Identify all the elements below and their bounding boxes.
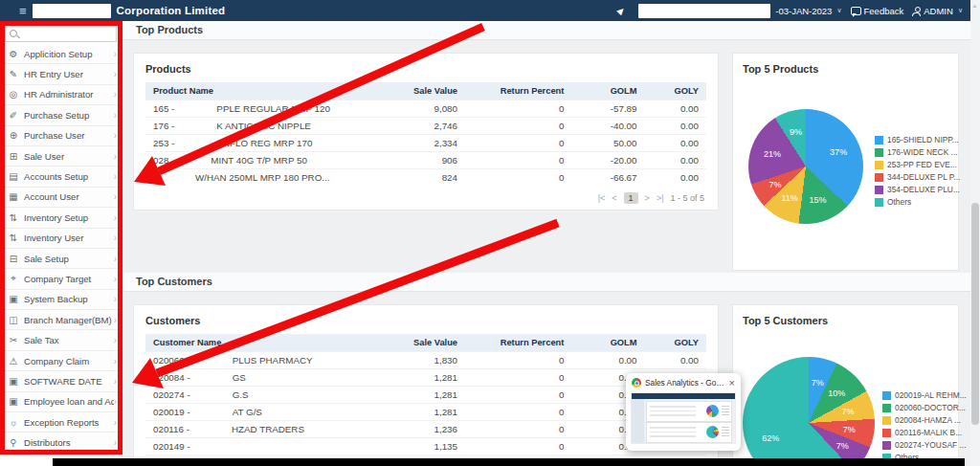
column-header: Product Name xyxy=(145,82,359,100)
legend-label: 020060-DOCTOR... xyxy=(895,403,966,412)
sidebar-item-hr-administrator[interactable]: ◎HR Administrator› xyxy=(0,85,122,105)
legend-label: 020274-YOUSAF ... xyxy=(895,440,966,450)
feedback-button[interactable]: Feedback xyxy=(851,6,904,16)
legend-swatch xyxy=(875,148,883,157)
pie-slice-label: 10% xyxy=(828,388,845,398)
date-range-selector[interactable]: -03-JAN-2023 ∨ xyxy=(633,4,841,18)
chevron-right-icon: › xyxy=(114,130,117,141)
sidebar-item-branch-manager-bm-[interactable]: ◫Branch Manager(BM)› xyxy=(0,310,122,330)
legend-item[interactable]: Others xyxy=(875,197,960,207)
pie-slice-label: 7% xyxy=(843,425,856,434)
column-header: Sale Value xyxy=(359,82,465,100)
table-row: 020149 -1,13500.000.00 xyxy=(145,438,706,455)
chevron-right-icon: › xyxy=(114,437,117,448)
sidebar-item-purchase-user[interactable]: ⊕Purchase User› xyxy=(0,126,122,146)
pie-slice-label: 7% xyxy=(842,407,855,416)
cart-plus-icon: ⊕ xyxy=(7,130,20,141)
legend-item[interactable]: 344-DELUXE PL P... xyxy=(875,172,960,182)
sidebar-item-hr-entry-user[interactable]: ✎HR Entry User› xyxy=(0,64,122,84)
location-arrow-icon[interactable]: ▶ xyxy=(615,5,627,16)
pie-slice-label: 9% xyxy=(790,127,802,137)
row-name: PPLE REGULAR MRP 120 xyxy=(216,103,330,114)
last-page-button[interactable]: >| xyxy=(657,193,664,203)
sidebar-item-inventory-user[interactable]: ⇅Inventory User› xyxy=(0,229,122,249)
products-chart-card: Top 5 Products 37%15%11%7%21%9% 165-SHIE… xyxy=(732,53,959,271)
legend-item[interactable]: 354-DELUXE PLU... xyxy=(875,185,960,194)
sidebar-search-input[interactable] xyxy=(20,28,112,39)
browser-tab-preview-popup[interactable]: Sales Analytics - Google ... × xyxy=(626,373,741,451)
page-thumbnail-preview[interactable] xyxy=(631,392,736,444)
golm-value: -57.89 xyxy=(571,100,644,118)
legend-item[interactable]: 253-PP FED EVE... xyxy=(875,160,960,169)
sidebar-item-system-backup[interactable]: ▣System Backup› xyxy=(0,290,122,310)
close-icon[interactable]: × xyxy=(729,378,735,388)
sidebar-item-label: Employee loan and Advances xyxy=(24,396,114,407)
return-percent: 0 xyxy=(465,118,571,135)
row-name: G.S xyxy=(233,389,249,400)
legend-item[interactable]: 020084-HAMZA ... xyxy=(882,415,967,425)
chevron-right-icon: › xyxy=(114,294,117,304)
golm-value: 50.00 xyxy=(571,135,644,152)
sidebar-item-distributors[interactable]: ⚲Distributors› xyxy=(0,433,122,453)
vertical-scrollbar[interactable]: ▲ xyxy=(970,0,980,466)
cart-icon: ⊟ xyxy=(7,254,20,264)
sidebar-menu: ⚙Applicition Setup›✎HR Entry User›◎HR Ad… xyxy=(0,44,122,454)
sidebar-item-label: Exception Reports xyxy=(24,417,114,428)
row-code: 020274 - xyxy=(153,389,190,400)
hamburger-menu-icon[interactable]: ≡ xyxy=(19,4,27,18)
sidebar-item-company-target[interactable]: ⌖Company Target› xyxy=(0,269,122,289)
legend-swatch xyxy=(882,391,891,400)
row-name: W/HAN 250ML MRP 180 PRO... xyxy=(195,172,329,183)
building-plus-icon: ◫ xyxy=(7,315,20,325)
legend-item[interactable]: 165-SHIELD NIPP... xyxy=(875,135,960,144)
popup-title-bar[interactable]: Sales Analytics - Google ... × xyxy=(626,373,741,392)
sidebar-item-purchase-setup[interactable]: ✐Purchase Setup› xyxy=(0,105,122,125)
sidebar-item-company-claim[interactable]: ⚠Company Claim› xyxy=(0,351,122,371)
sidebar-item-label: Purchase User xyxy=(24,130,114,141)
bottom-black-strip xyxy=(53,458,965,466)
sale-value: 9,080 xyxy=(359,100,465,118)
mini-customers-pie xyxy=(706,426,719,438)
column-header: Customer Name xyxy=(145,334,359,352)
sidebar-item-software-date[interactable]: ▣SOFTWARE DATE› xyxy=(0,371,122,391)
sale-value: 1,135 xyxy=(359,438,465,455)
goly-value: 0.00 xyxy=(645,135,706,152)
products-chart-legend: 165-SHIELD NIPP...176-WIDE NECK ...253-P… xyxy=(875,132,960,210)
sidebar-item-inventory-setup[interactable]: ⇅Inventory Setup› xyxy=(0,208,122,228)
sidebar-item-applicition-setup[interactable]: ⚙Applicition Setup› xyxy=(0,44,122,64)
chevron-down-icon: ∨ xyxy=(836,7,841,14)
legend-swatch xyxy=(875,161,883,169)
sidebar-item-label: Sale User xyxy=(24,151,114,162)
legend-item[interactable]: 020019-AL REHM... xyxy=(882,390,967,400)
next-page-button[interactable]: > xyxy=(645,193,650,203)
prev-page-button[interactable]: < xyxy=(612,193,616,203)
admin-menu[interactable]: ADMIN ∨ xyxy=(912,6,963,16)
pie-slice-label: 37% xyxy=(830,147,847,157)
legend-item[interactable]: 020060-DOCTOR... xyxy=(882,403,967,412)
sliders-icon: ⇅ xyxy=(7,212,20,223)
scroll-up-icon[interactable]: ▲ xyxy=(972,3,978,9)
sidebar-item-employee-loan-and-advances[interactable]: ▣Employee loan and Advances› xyxy=(0,392,122,412)
legend-label: 020116-MALIK B... xyxy=(895,428,962,437)
return-percent: 0 xyxy=(465,352,571,369)
legend-item[interactable]: 020116-MALIK B... xyxy=(882,428,967,437)
products-card-title: Products xyxy=(145,63,706,75)
sidebar-item-sale-setup[interactable]: ⊟Sale Setup› xyxy=(0,249,122,269)
sidebar-item-account-user[interactable]: ▦Account User› xyxy=(0,188,122,208)
table-row: 253 -ENFLO REG MRP 1702,334050.000.00 xyxy=(145,135,706,152)
current-page-button[interactable]: 1 xyxy=(624,192,638,204)
sidebar-item-accounts-setup[interactable]: ▤Accounts Setup› xyxy=(0,166,122,187)
user-key-icon: ⚲ xyxy=(7,437,20,448)
legend-item[interactable]: 176-WIDE NECK ... xyxy=(875,147,960,157)
first-page-button[interactable]: |< xyxy=(598,193,606,203)
chevron-right-icon: › xyxy=(114,89,117,100)
scrollbar-thumb[interactable] xyxy=(971,203,979,425)
column-header: GOLM xyxy=(571,334,644,352)
sidebar-item-sale-user[interactable]: ⊞Sale User› xyxy=(0,146,122,166)
chevron-right-icon: › xyxy=(114,315,117,325)
sidebar-item-exception-reports[interactable]: ☼Exception Reports› xyxy=(0,412,122,433)
search-icon xyxy=(10,30,17,37)
legend-item[interactable]: 020274-YOUSAF ... xyxy=(882,440,967,450)
sidebar-item-sale-tax[interactable]: ✂Sale Tax› xyxy=(0,330,122,350)
customers-chart-card: Top 5 Customers 7%10%7%7%7%62% 020019-AL… xyxy=(732,304,959,466)
